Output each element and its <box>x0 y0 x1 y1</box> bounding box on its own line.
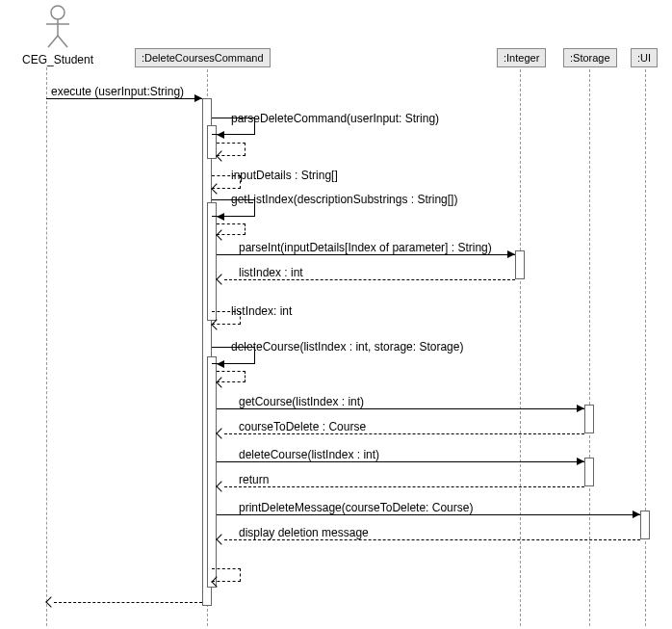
msg-printdelete-label: printDeleteMessage(courseToDelete: Cours… <box>239 501 473 514</box>
lifeline-line-ui <box>645 69 646 626</box>
msg-deletecoursestorage-head <box>577 458 584 465</box>
msg-final-return-head <box>45 596 56 607</box>
actor-icon <box>43 5 72 48</box>
msg-return-label: return <box>239 473 269 486</box>
activation-storage-del <box>584 458 594 486</box>
msg-display-head <box>216 534 226 544</box>
msg-parseint-head <box>507 250 515 258</box>
svg-line-4 <box>58 36 67 47</box>
msg-inputdetails-label: inputDetails : String[] <box>231 169 338 182</box>
msg-display-arrow <box>224 539 640 540</box>
msg-return-arrow <box>224 486 584 487</box>
msg-printdelete-head <box>633 511 640 518</box>
msg-coursetodelete-head <box>216 428 226 438</box>
msg-printdelete-arrow <box>217 514 640 515</box>
activation-integer <box>515 250 525 279</box>
msg-getcourse-label: getCourse(listIndex : int) <box>239 395 364 408</box>
lifeline-integer: :Integer <box>497 48 546 67</box>
msg-listindex-label: listIndex : int <box>239 266 303 279</box>
lifeline-ui: :UI <box>631 48 658 67</box>
lifeline-line-storage <box>589 69 590 626</box>
msg-execute-arrow <box>46 98 202 99</box>
lifeline-storage: :Storage <box>563 48 617 67</box>
msg-deletecourse-label: deleteCourse(listIndex : int, storage: S… <box>231 340 463 354</box>
msg-getlist-label: getListIndex(descriptionSubstrings : Str… <box>231 193 457 206</box>
msg-deletecoursestorage-arrow <box>217 461 584 462</box>
msg-getcourse-arrow <box>217 408 584 409</box>
lifeline-delete-command: :DeleteCoursesCommand <box>135 48 271 67</box>
msg-parse-head <box>217 131 224 139</box>
msg-parseint-label: parseInt(inputDetails[Index of parameter… <box>239 241 492 254</box>
msg-getcourse-head <box>577 405 584 412</box>
msg-coursetodelete-label: courseToDelete : Course <box>239 420 366 433</box>
activation-delete-getlist <box>207 202 217 321</box>
lifeline-line-integer <box>520 69 521 626</box>
msg-execute-head <box>194 94 202 102</box>
msg-display-label: display deletion message <box>239 526 369 539</box>
actor-label: CEG_Student <box>19 53 96 66</box>
msg-parse-label: parseDeleteCommand(userInput: String) <box>231 112 439 125</box>
msg-return-head <box>216 481 226 491</box>
msg-getlist-head <box>217 213 224 221</box>
msg-coursetodelete-arrow <box>224 433 584 434</box>
msg-listindex-arrow <box>224 279 515 280</box>
activation-delete-deletecourse <box>207 356 217 588</box>
msg-listindex-head <box>216 274 226 284</box>
svg-line-3 <box>48 36 58 47</box>
msg-final-return <box>54 602 202 603</box>
msg-deletecourse-head <box>217 360 224 368</box>
activation-ui <box>640 511 650 539</box>
msg-parseint-arrow <box>217 254 515 255</box>
msg-deletecoursestorage-label: deleteCourse(listIndex : int) <box>239 448 379 461</box>
svg-point-0 <box>51 6 65 19</box>
msg-execute-label: execute (userInput:String) <box>51 85 184 98</box>
activation-storage-get <box>584 405 594 433</box>
lifeline-line-actor <box>46 67 47 626</box>
actor-ceg-student: CEG_Student <box>19 5 96 66</box>
